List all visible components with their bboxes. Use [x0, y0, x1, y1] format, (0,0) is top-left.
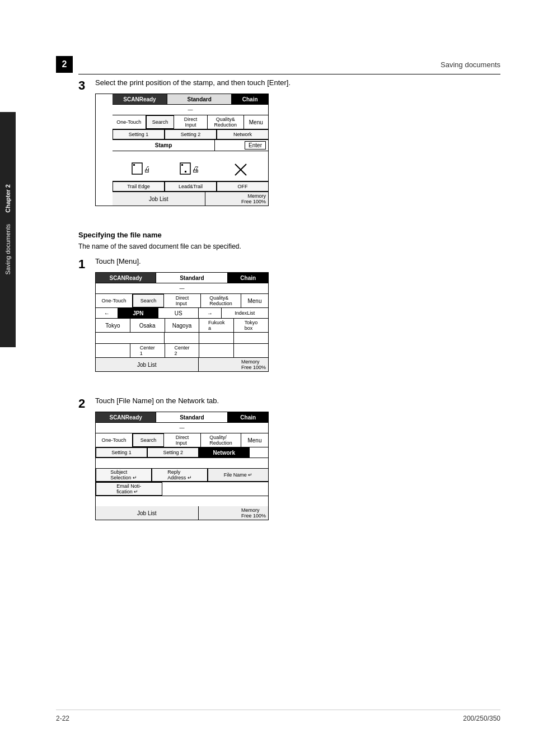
s2-filename-btn[interactable]: File Name ↵	[208, 468, 268, 482]
s3-search-btn[interactable]: Search	[146, 115, 175, 129]
s1-joblist[interactable]: Job List	[96, 358, 199, 371]
s1-center2[interactable]: Center2	[165, 344, 200, 357]
lead-trail-icon: 🖨	[179, 160, 202, 178]
step1-instruction: Touch [Menu].	[78, 257, 500, 265]
s2-joblist[interactable]: Job List	[96, 506, 199, 520]
s3-onetouch[interactable]: One-Touch	[113, 115, 146, 129]
s1-standard: Standard	[156, 273, 228, 283]
s2-email-btn[interactable]: Email Noti-fication ↵	[96, 482, 162, 496]
s1-dash: —	[96, 283, 268, 293]
s1-empty5	[234, 333, 268, 343]
s1-onetouch[interactable]: One-Touch	[96, 294, 133, 307]
s3-trail-edge-option[interactable]: 🖨	[115, 155, 165, 178]
s1-chain: Chain	[228, 273, 268, 283]
s3-trail-edge-label[interactable]: Trail Edge	[113, 181, 165, 192]
footer: 2-22 200/250/350	[56, 710, 500, 722]
s3-setting2[interactable]: Setting 2	[165, 129, 217, 139]
s2-dash: —	[96, 423, 268, 433]
s1-osaka[interactable]: Osaka	[130, 319, 165, 332]
s3-menu[interactable]: Menu	[244, 115, 268, 129]
section-title: Specifying the file name	[78, 231, 500, 239]
s1-indexlist[interactable]: IndexList	[222, 308, 268, 318]
s2-setting1-tab[interactable]: Setting 1	[96, 447, 147, 458]
s2-search-btn[interactable]: Search	[133, 433, 164, 447]
step2-number: 2	[78, 396, 85, 411]
section-desc: The name of the saved document file can …	[78, 242, 500, 250]
side-tab-chapter-label: Chapter 2	[4, 184, 11, 213]
s3-setting1[interactable]: Setting 1	[113, 129, 165, 139]
svg-text:🖨: 🖨	[191, 165, 199, 174]
step1-number: 1	[78, 257, 85, 272]
s1-direct[interactable]: DirectInput	[164, 294, 201, 307]
s1-quality[interactable]: Quality&Reduction	[201, 294, 241, 307]
s3-memory: MemoryFree 100%	[205, 192, 268, 206]
s1-center1[interactable]: Center1	[130, 344, 165, 357]
s1-scanready: SCANReady	[96, 273, 156, 283]
step2-block: 2 Touch [File Name] on the Network tab. …	[78, 396, 500, 531]
s3-network[interactable]: Network	[217, 129, 268, 139]
s1-us[interactable]: US	[158, 308, 199, 318]
s1-menu[interactable]: Menu	[241, 294, 268, 307]
footer-page-number: 2-22	[56, 715, 69, 722]
step1-block: 1 Touch [Menu]. SCANReady Standard Chain…	[78, 257, 500, 383]
s2-scanready: SCANReady	[96, 412, 156, 422]
s1-nagoya[interactable]: Nagoya	[165, 319, 200, 332]
s1-forward-arrow[interactable]: →	[199, 308, 221, 318]
s3-off-label[interactable]: OFF	[217, 181, 268, 192]
s2-reply-btn[interactable]: ReplyAddress ↵	[152, 468, 208, 482]
step2-instruction: Touch [File Name] on the Network tab.	[78, 396, 500, 405]
svg-rect-1	[133, 164, 135, 166]
main-content: 3 Select the print position of the stamp…	[78, 78, 500, 545]
s1-tokyobox[interactable]: Tokyobox	[234, 319, 268, 332]
step1-scanner-ui: SCANReady Standard Chain — One-Touch Sea…	[95, 272, 269, 372]
s3-lead-trail-label[interactable]: Lead&Trail	[165, 181, 217, 192]
s1-search-btn[interactable]: Search	[133, 294, 164, 307]
s3-joblist[interactable]: Job List	[113, 192, 205, 206]
s2-network-tab[interactable]: Network	[199, 447, 250, 458]
s3-dash: —	[113, 105, 268, 115]
step3-number: 3	[78, 78, 85, 93]
s2-quality[interactable]: Quality/Reduction	[201, 433, 241, 447]
s1-back-arrow[interactable]: ←	[96, 308, 118, 318]
s2-menu[interactable]: Menu	[241, 433, 268, 447]
s3-enter-btn[interactable]: Enter	[215, 140, 268, 151]
svg-rect-4	[181, 164, 183, 166]
side-tab: Chapter 2 Saving documents	[0, 112, 16, 347]
svg-text:🖨: 🖨	[143, 165, 149, 174]
s1-fukuoka[interactable]: Fukuoka	[199, 319, 234, 332]
s2-subject-btn[interactable]: SubjectSelection ↵	[96, 468, 152, 482]
s1-empty6	[96, 344, 130, 357]
s3-standard: Standard	[167, 94, 232, 104]
s2-tab-end	[250, 447, 268, 458]
s2-setting2-tab[interactable]: Setting 2	[147, 447, 199, 458]
s1-tokyo[interactable]: Tokyo	[96, 319, 130, 332]
step3-scanner-ui: SCANReady Standard Chain — One-Touch Sea…	[95, 94, 269, 206]
s2-email-spacer	[162, 482, 268, 496]
page-header-title: Saving documents	[441, 60, 500, 69]
s3-stamp-label: Stamp	[113, 140, 215, 151]
s2-direct[interactable]: DirectInput	[164, 433, 201, 447]
header-divider	[78, 74, 500, 74]
s3-off-option[interactable]	[216, 155, 266, 178]
s2-spacer	[96, 458, 268, 468]
footer-model-number: 200/250/350	[463, 715, 500, 722]
s3-chain: Chain	[232, 94, 268, 104]
off-icon	[233, 162, 249, 178]
s3-quality[interactable]: Quality&Reduction	[208, 115, 244, 129]
s2-spacer2	[96, 496, 268, 506]
s3-lead-trail-option[interactable]: 🖨	[165, 155, 216, 178]
step2-scanner-ui: SCANReady Standard Chain — One-Touch Sea…	[95, 412, 269, 520]
s1-empty2	[130, 333, 165, 343]
s1-empty4	[199, 333, 234, 343]
s2-onetouch[interactable]: One-Touch	[96, 433, 133, 447]
s1-empty7	[199, 344, 234, 357]
s2-standard: Standard	[156, 412, 228, 422]
s1-jpn[interactable]: JPN	[118, 308, 158, 318]
side-tab-title-label: Saving documents	[4, 224, 11, 275]
step3-block: 3 Select the print position of the stamp…	[78, 78, 500, 217]
s1-memory: MemoryFree 100%	[199, 358, 268, 371]
s3-direct[interactable]: DirectInput	[174, 115, 208, 129]
svg-rect-5	[185, 171, 186, 172]
s1-empty3	[165, 333, 199, 343]
s1-empty1	[96, 333, 130, 343]
